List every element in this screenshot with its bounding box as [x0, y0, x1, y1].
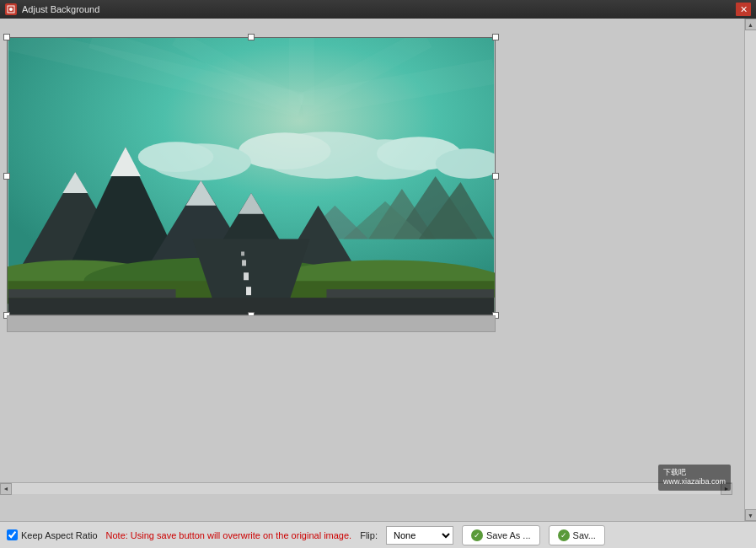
image-container[interactable] [7, 37, 496, 315]
watermark: 下载吧 www.xiazaiba.com [658, 465, 731, 491]
v-scroll-track[interactable] [745, 30, 756, 509]
canvas-area: ◄ ► 下载吧 www.xiazaiba.com [0, 19, 744, 521]
vertical-scrollbar[interactable]: ▲ ▼ [744, 19, 756, 521]
resize-handle-mr[interactable] [492, 173, 499, 180]
flip-label: Flip: [360, 530, 378, 540]
svg-rect-40 [242, 260, 246, 266]
save-as-icon: ✓ [471, 529, 483, 541]
flip-select[interactable]: None Horizontal Vertical Both [386, 526, 453, 545]
keep-aspect-ratio-label[interactable]: Keep Aspect Ratio [7, 529, 98, 540]
horizontal-scrollbar[interactable]: ◄ ► [0, 482, 732, 494]
h-scroll-track[interactable] [12, 483, 721, 494]
save-icon: ✓ [558, 529, 570, 541]
keep-aspect-ratio-checkbox[interactable] [7, 529, 18, 540]
watermark-line1: 下载吧 [663, 468, 726, 478]
keep-aspect-ratio-text: Keep Aspect Ratio [21, 530, 98, 540]
svg-rect-39 [244, 272, 249, 280]
save-button[interactable]: ✓ Sav... [549, 525, 605, 545]
scroll-down-arrow[interactable]: ▼ [745, 509, 757, 521]
background-image [7, 37, 496, 315]
watermark-line2: www.xiazaiba.com [663, 477, 726, 487]
image-bottom-strip [7, 315, 496, 332]
app-icon [5, 3, 17, 15]
resize-handle-ml[interactable] [3, 173, 10, 180]
resize-handle-tl[interactable] [3, 34, 10, 40]
save-as-label: Save As ... [486, 530, 531, 540]
close-button[interactable]: ✕ [736, 3, 751, 16]
svg-point-10 [239, 132, 330, 169]
note-text: Note: Using save button will overwrite o… [106, 530, 352, 540]
svg-rect-44 [326, 289, 494, 298]
title-bar-left: Adjust Background [5, 3, 99, 15]
resize-handle-tr[interactable] [492, 34, 499, 40]
resize-handle-tc[interactable] [248, 34, 255, 40]
bottom-toolbar: Keep Aspect Ratio Note: Using save butto… [0, 521, 756, 548]
svg-point-14 [138, 142, 213, 172]
scroll-left-arrow[interactable]: ◄ [0, 483, 12, 495]
svg-rect-43 [8, 289, 176, 298]
window-title: Adjust Background [22, 4, 99, 14]
scroll-up-arrow[interactable]: ▲ [745, 19, 757, 30]
svg-point-1 [9, 8, 13, 11]
svg-rect-38 [246, 287, 251, 295]
main-area: ◄ ► 下载吧 www.xiazaiba.com ▲ ▼ [0, 19, 756, 521]
save-label: Sav... [573, 530, 596, 540]
title-bar: Adjust Background ✕ [0, 0, 756, 19]
svg-rect-41 [241, 251, 244, 255]
save-as-button[interactable]: ✓ Save As ... [462, 525, 540, 545]
